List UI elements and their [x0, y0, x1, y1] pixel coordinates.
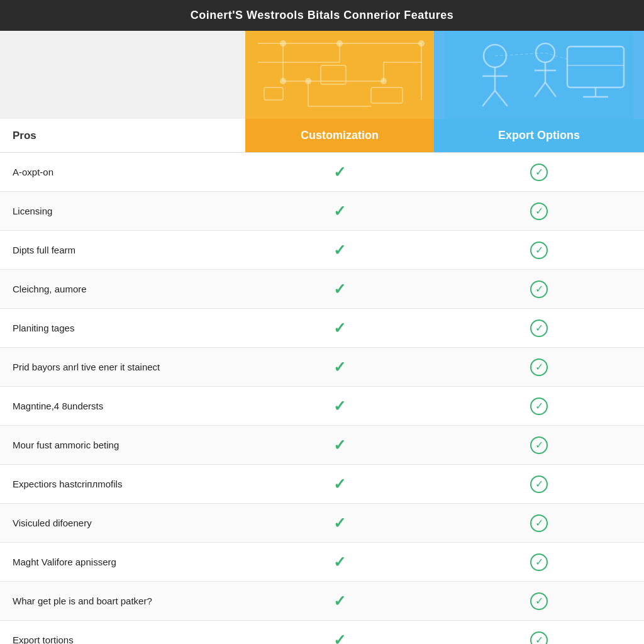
- image-row: [0, 31, 644, 119]
- row-label: Dipts full fearm: [0, 236, 245, 264]
- customization-image: [245, 31, 434, 119]
- row-label: Prid bayors anrl tive ener it stainect: [0, 353, 245, 381]
- row-label: Licensing: [0, 197, 245, 225]
- svg-point-15: [380, 78, 387, 84]
- row-label: Mour fust ammoric beting: [0, 431, 245, 459]
- customization-check: ✓: [245, 164, 434, 181]
- pros-header: Pros: [0, 119, 245, 152]
- check-icon: ✓: [333, 592, 346, 610]
- row-label: Whar get ple is and boart patker?: [0, 587, 245, 615]
- export-header-label: Export Options: [498, 129, 580, 142]
- export-check: ✓: [434, 242, 644, 259]
- table-row: Expectiors hastcriплmofils✓✓: [0, 465, 644, 504]
- export-check: ✓: [434, 358, 644, 376]
- circle-check-icon: ✓: [530, 164, 548, 181]
- table-row: Maght Valifore apnisserg✓✓: [0, 543, 644, 582]
- svg-point-16: [305, 78, 311, 84]
- export-image: [434, 31, 644, 119]
- export-check: ✓: [434, 514, 644, 532]
- customization-header-label: Customization: [301, 129, 379, 142]
- row-label: Maght Valifore apnisserg: [0, 548, 245, 576]
- check-icon: ✓: [333, 436, 346, 454]
- table-body: A-oxpt-on✓✓Licensing✓✓Dipts full fearm✓✓…: [0, 153, 644, 644]
- export-header: Export Options: [434, 119, 644, 152]
- title-text: Coinert'S Westrools Bitals Connerior Fea…: [191, 9, 454, 21]
- table-row: A-oxpt-on✓✓: [0, 153, 644, 192]
- check-icon: ✓: [333, 514, 346, 532]
- row-label: Magntine,4 8understs: [0, 392, 245, 420]
- circle-check-icon: ✓: [530, 203, 548, 220]
- export-check: ✓: [434, 280, 644, 298]
- svg-rect-20: [445, 31, 633, 119]
- row-label: Cleichng, aumore: [0, 275, 245, 303]
- customization-header: Customization: [245, 119, 434, 152]
- table-row: Visiculed difoenery✓✓: [0, 504, 644, 543]
- table-row: Planiting tages✓✓: [0, 309, 644, 348]
- check-icon: ✓: [333, 203, 346, 220]
- export-check: ✓: [434, 631, 644, 645]
- customization-check: ✓: [245, 553, 434, 571]
- table-row: Magntine,4 8understs✓✓: [0, 387, 644, 426]
- image-spacer: [0, 31, 245, 119]
- circle-check-icon: ✓: [530, 436, 548, 454]
- check-icon: ✓: [333, 553, 346, 571]
- check-icon: ✓: [333, 242, 346, 259]
- customization-check: ✓: [245, 475, 434, 493]
- svg-point-13: [418, 40, 425, 47]
- check-icon: ✓: [333, 397, 346, 415]
- circle-check-icon: ✓: [530, 397, 548, 415]
- check-icon: ✓: [333, 358, 346, 376]
- export-check: ✓: [434, 319, 644, 337]
- table-row: Prid bayors anrl tive ener it stainect✓✓: [0, 348, 644, 387]
- row-label: Visiculed difoenery: [0, 509, 245, 537]
- customization-check: ✓: [245, 280, 434, 298]
- export-check: ✓: [434, 475, 644, 493]
- circle-check-icon: ✓: [530, 242, 548, 259]
- check-icon: ✓: [333, 319, 346, 337]
- circle-check-icon: ✓: [530, 475, 548, 493]
- row-label: Expectiors hastcriплmofils: [0, 470, 245, 498]
- customization-check: ✓: [245, 397, 434, 415]
- export-check: ✓: [434, 397, 644, 415]
- export-check: ✓: [434, 203, 644, 220]
- circle-check-icon: ✓: [530, 514, 548, 532]
- svg-point-14: [280, 78, 286, 84]
- circle-check-icon: ✓: [530, 592, 548, 610]
- export-check: ✓: [434, 553, 644, 571]
- customization-check: ✓: [245, 319, 434, 337]
- export-check: ✓: [434, 436, 644, 454]
- table-row: Cleichng, aumore✓✓: [0, 270, 644, 309]
- page-wrapper: Coinert'S Westrools Bitals Connerior Fea…: [0, 0, 644, 644]
- check-icon: ✓: [333, 280, 346, 298]
- check-icon: ✓: [333, 475, 346, 493]
- customization-check: ✓: [245, 592, 434, 610]
- export-check: ✓: [434, 164, 644, 181]
- row-label: Planiting tages: [0, 314, 245, 342]
- circle-check-icon: ✓: [530, 358, 548, 376]
- svg-point-12: [336, 40, 343, 47]
- row-label: Export tortions: [0, 626, 245, 644]
- pros-header-label: Pros: [13, 130, 36, 142]
- table-row: Export tortions✓✓: [0, 621, 644, 644]
- customization-check: ✓: [245, 242, 434, 259]
- check-icon: ✓: [333, 631, 346, 645]
- page-title: Coinert'S Westrools Bitals Connerior Fea…: [0, 0, 644, 31]
- circle-check-icon: ✓: [530, 280, 548, 298]
- customization-check: ✓: [245, 436, 434, 454]
- circle-check-icon: ✓: [530, 553, 548, 571]
- customization-check: ✓: [245, 203, 434, 220]
- circle-check-icon: ✓: [530, 631, 548, 645]
- svg-point-11: [280, 40, 286, 47]
- table-row: Licensing✓✓: [0, 192, 644, 231]
- customization-check: ✓: [245, 631, 434, 645]
- circle-check-icon: ✓: [530, 319, 548, 337]
- row-label: A-oxpt-on: [0, 158, 245, 186]
- table-row: Whar get ple is and boart patker?✓✓: [0, 582, 644, 621]
- customization-check: ✓: [245, 358, 434, 376]
- check-icon: ✓: [333, 164, 346, 181]
- table-row: Mour fust ammoric beting✓✓: [0, 426, 644, 465]
- export-check: ✓: [434, 592, 644, 610]
- column-headers: Pros Customization Export Options: [0, 119, 644, 153]
- table-row: Dipts full fearm✓✓: [0, 231, 644, 270]
- customization-check: ✓: [245, 514, 434, 532]
